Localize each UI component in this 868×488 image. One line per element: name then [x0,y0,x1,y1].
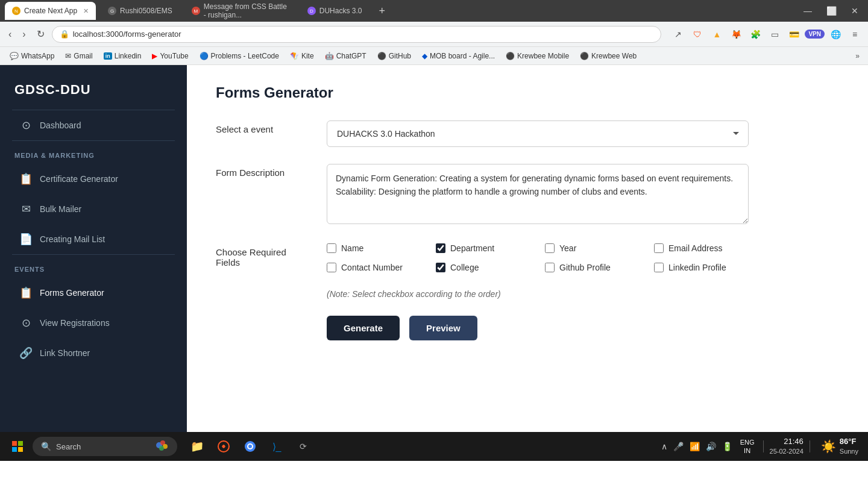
bookmark-mob[interactable]: ◆ MOB board - Agile... [417,50,500,62]
share-icon[interactable]: ↗ [670,26,687,43]
sidebar-item-creating-mail-list-label: Creating Mail List [40,234,105,244]
bookmarks-more-button[interactable]: » [852,50,863,62]
checkbox-year-label: Year [559,243,576,253]
sidebar-item-certificate-generator[interactable]: 📋 Certificate Generator [5,165,182,193]
tab-active[interactable]: N Create Next App ✕ [5,2,96,20]
bookmark-linkedin[interactable]: in Linkedin [99,50,146,62]
sidebar-item-forms-generator[interactable]: 📋 Forms Generator [5,279,182,307]
sidebar-item-certificate-label: Certificate Generator [40,174,118,184]
sidebar-item-forms-generator-label: Forms Generator [40,288,104,298]
taskbar-search-bar[interactable]: 🔍 Search [33,437,177,456]
tab-rushi-label: Rushi0508/EMS [120,7,172,15]
sidebar-item-link-shortner[interactable]: 🔗 Link Shortner [5,339,182,367]
tray-icons: ∧ 🎤 📶 🔊 🔋 [659,440,734,452]
checkbox-year-item: Year [545,243,640,253]
windows-logo-icon [11,440,24,452]
bookmark-krewbee-web[interactable]: ⚫ Krewbee Web [575,50,641,62]
weather-condition: Sunny [840,447,858,455]
tab-close-button[interactable]: ✕ [83,7,89,15]
taskbar-app-terminal[interactable]: ⟳ [291,436,316,457]
form-description-textarea[interactable]: Dynamic Form Generation: Creating a syst… [327,164,749,224]
close-button[interactable]: ✕ [846,4,863,18]
svg-rect-3 [18,447,23,452]
tray-wifi-icon[interactable]: 📶 [688,440,702,452]
maximize-button[interactable]: ⬜ [822,4,841,18]
menu-icon[interactable]: ≡ [846,26,863,43]
sidebar-item-dashboard-label: Dashboard [40,120,81,130]
checkbox-github-item: Github Profile [545,263,640,272]
bookmark-krewbee-mobile[interactable]: ⚫ Krewbee Mobile [501,50,574,62]
wallet-icon[interactable]: 🦊 [728,26,744,43]
event-select[interactable]: DUHACKS 3.0 Hackathon [327,120,749,147]
bookmark-chatgpt-label: ChatGPT [336,52,366,60]
sidebar: GDSC-DDU ⊙ Dashboard MEDIA & MARKETING 📋… [0,65,187,432]
new-tab-button[interactable]: + [374,4,390,19]
svg-point-11 [248,445,252,448]
checkbox-linkedin-profile[interactable] [654,263,664,272]
address-bar[interactable]: 🔒 localhost:3000/forms-generator [52,26,662,43]
refresh-button[interactable]: ↻ [33,26,48,42]
bookmark-leetcode[interactable]: 🔵 Problems - LeetCode [195,50,284,62]
brave-shield-icon[interactable]: 🛡 [689,26,706,43]
bookmark-krewbee-web-label: Krewbee Web [591,52,637,60]
generate-button[interactable]: Generate [327,316,400,340]
extension-icon[interactable]: 🧩 [747,26,764,43]
bookmark-chatgpt[interactable]: 🤖 ChatGPT [320,50,371,62]
taskbar-app-vscode[interactable]: ⟩_ [264,436,289,457]
search-icon: 🔍 [41,442,51,451]
sidebar-logo: GDSC-DDU [0,65,187,110]
taskbar-tray: ∧ 🎤 📶 🔊 🔋 ENG IN 21:46 25-02-2024 ☀️ 86°… [659,436,863,457]
checkbox-github-profile[interactable] [545,263,555,272]
tray-mic-icon[interactable]: 🎤 [671,440,685,452]
checkbox-department[interactable] [436,243,445,253]
extensions-icon[interactable]: 🌐 [827,26,844,43]
page-title: Forms Generator [216,84,839,101]
tab-gmail[interactable]: M Message from CSS Battle - rushigan... [184,2,295,20]
brave-rewards-icon[interactable]: ▲ [708,26,725,43]
dashboard-icon: ⊙ [19,119,33,132]
tab-duhacks[interactable]: D DUHacks 3.0 [300,2,370,20]
taskbar-search-text: Search [56,442,81,451]
checkbox-linkedin-item: Linkedin Profile [654,263,749,272]
checkbox-contact-number[interactable] [327,263,336,272]
start-button[interactable] [5,436,30,457]
split-view-icon[interactable]: ▭ [766,26,783,43]
mob-icon: ◆ [422,52,427,60]
colorful-search-decoration [154,438,169,455]
language-badge: ENG IN [738,438,757,455]
checkbox-email-address[interactable] [654,243,664,253]
sidebar-item-creating-mail-list[interactable]: 📄 Creating Mail List [5,225,182,253]
sidebar-item-view-registrations[interactable]: ⊙ View Registrations [5,309,182,337]
forward-button[interactable]: › [19,27,29,42]
checkbox-department-item: Department [436,243,530,253]
bookmark-kite[interactable]: 🪁 Kite [285,50,319,62]
choose-fields-row: Choose Required Fields Name Department Y… [216,243,839,272]
tray-up-arrow[interactable]: ∧ [659,440,669,452]
taskbar-app-chrome[interactable] [237,436,263,457]
checkbox-name[interactable] [327,243,336,253]
tray-volume-icon[interactable]: 🔊 [704,440,718,452]
bookmark-gmail[interactable]: ✉ Gmail [60,50,97,62]
bookmark-linkedin-label: Linkedin [115,52,142,60]
vpn-badge[interactable]: VPN [805,30,825,39]
taskbar-app-browser[interactable] [211,436,236,457]
sidebar-item-bulk-mailer[interactable]: ✉ Bulk Mailer [5,195,182,223]
bookmark-whatsapp[interactable]: 💬 WhatsApp [5,50,59,62]
tray-separator [763,440,764,452]
tray-time[interactable]: 21:46 25-02-2024 [770,436,804,457]
app-container: GDSC-DDU ⊙ Dashboard MEDIA & MARKETING 📋… [0,65,868,432]
tab-rushi[interactable]: G Rushi0508/EMS [101,2,180,20]
brave-wallet-icon[interactable]: 💳 [785,26,802,43]
preview-button[interactable]: Preview [409,316,477,340]
taskbar-app-file-explorer[interactable]: 📁 [184,436,210,457]
back-button[interactable]: ‹ [5,27,15,42]
browser-chrome: N Create Next App ✕ G Rushi0508/EMS M Me… [0,0,868,65]
minimize-button[interactable]: — [799,4,817,18]
checkbox-year[interactable] [545,243,555,253]
bookmark-youtube[interactable]: ▶ YouTube [147,50,193,62]
sidebar-item-dashboard[interactable]: ⊙ Dashboard [5,111,182,139]
tray-battery-icon[interactable]: 🔋 [720,440,734,452]
bookmark-github[interactable]: ⚫ GitHub [373,50,416,62]
weather-sun-icon: ☀️ [821,439,836,454]
checkbox-college[interactable] [436,263,445,272]
